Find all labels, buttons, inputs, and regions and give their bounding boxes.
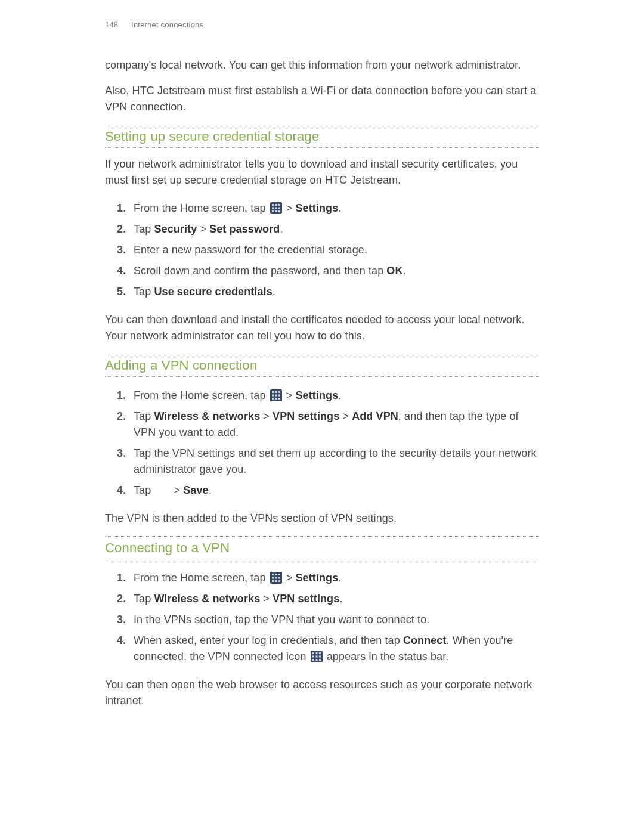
svg-rect-13 [278,391,280,393]
ui-label-add-vpn: Add VPN [352,410,398,422]
intro-paragraph-1: company's local network. You can get thi… [105,57,539,73]
sec1-step-5: Tap Use secure credentials. [134,281,539,302]
svg-rect-16 [278,394,280,396]
ui-label-settings: Settings [296,202,339,214]
svg-rect-29 [278,580,280,582]
step-text: Tap [134,484,154,496]
step-text: Scroll down and confirm the password, an… [134,265,386,277]
ui-label-connect: Connect [403,634,447,646]
step-text: Tap [134,223,154,235]
sec1-step-4: Scroll down and confirm the password, an… [134,261,539,281]
sec1-lead: If your network administrator tells you … [105,156,539,188]
svg-rect-3 [278,204,280,206]
sec2-step-2: Tap Wireless & networks > VPN settings >… [134,406,539,443]
svg-rect-15 [275,394,277,396]
svg-rect-37 [312,659,314,661]
ui-label-security: Security [154,223,197,235]
ui-label-ok: OK [386,265,402,277]
step-text: > [283,389,296,401]
sec3-step-3: In the VPNs section, tap the VPN that yo… [134,609,539,630]
sec2-tail: The VPN is then added to the VPNs sectio… [105,510,539,527]
svg-rect-32 [315,652,317,654]
step-text: When asked, enter your log in credential… [134,634,403,646]
svg-rect-35 [315,655,317,657]
sec3-step-1: From the Home screen, tap > Settings. [134,568,539,589]
svg-rect-14 [272,394,274,396]
ui-label-wireless-networks: Wireless & networks [154,410,260,422]
svg-rect-27 [272,580,274,582]
svg-rect-28 [275,580,277,582]
svg-rect-2 [275,204,277,206]
step-text: From the Home screen, tap [134,202,269,214]
ui-label-wireless-networks: Wireless & networks [154,593,260,605]
sec1-step-2: Tap Security > Set password. [134,219,539,240]
step-text: From the Home screen, tap [134,389,269,401]
sec1-step-3: Enter a new password for the credential … [134,240,539,261]
step-text: From the Home screen, tap [134,572,269,584]
svg-rect-21 [272,574,274,575]
sec1-tail: You can then download and install the ce… [105,312,539,344]
page-number: 148 [105,19,118,31]
section-heading-add-vpn: Adding a VPN connection [105,354,539,377]
svg-rect-34 [312,655,314,657]
sec2-step-3: Tap the VPN settings and set them up acc… [134,443,539,480]
svg-rect-12 [275,391,277,393]
svg-rect-18 [275,398,277,400]
svg-rect-23 [278,574,280,575]
step-text: . [209,484,212,496]
step-text: . [403,265,406,277]
step-text: Tap [134,593,154,605]
step-text: > [339,410,352,422]
ui-label-settings: Settings [296,389,339,401]
sec3-steps: From the Home screen, tap > Settings. Ta… [105,568,539,667]
svg-rect-4 [272,207,274,209]
svg-rect-24 [272,577,274,578]
svg-rect-39 [319,659,321,661]
svg-rect-9 [278,210,280,212]
step-text: . [338,202,341,214]
step-text: . [339,593,342,605]
sec1-step-1: From the Home screen, tap > Settings. [134,198,539,219]
svg-rect-22 [275,574,277,575]
running-header: 148 Internet connections [105,19,539,31]
step-text: > [283,572,296,584]
step-text: > [171,484,183,496]
step-text: appears in the status bar. [324,651,449,662]
step-text: > [260,410,273,422]
sec3-step-2: Tap Wireless & networks > VPN settings. [134,589,539,609]
ui-label-set-password: Set password [209,223,280,235]
sec2-step-1: From the Home screen, tap > Settings. [134,385,539,406]
sec3-step-4: When asked, enter your log in credential… [134,630,539,667]
step-text: Tap [134,286,154,298]
svg-rect-31 [312,652,314,654]
ui-label-vpn-settings: VPN settings [273,593,339,605]
svg-rect-26 [278,577,280,578]
sec2-steps: From the Home screen, tap > Settings. Ta… [105,385,539,501]
step-text: . [338,572,341,584]
step-text: . [280,223,283,235]
document-page: 148 Internet connections company's local… [0,0,644,833]
sec2-step-4: Tap > Save. [134,480,539,501]
sec3-tail: You can then open the web browser to acc… [105,677,539,709]
apps-grid-icon [270,572,282,584]
svg-rect-6 [278,207,280,209]
step-text: Tap [134,410,154,422]
svg-rect-33 [319,652,321,654]
section-heading-connect-vpn: Connecting to a VPN [105,536,539,559]
sec1-steps: From the Home screen, tap > Settings. Ta… [105,198,539,302]
step-text: > [283,202,296,214]
header-section: Internet connections [131,20,203,29]
apps-grid-icon [270,389,282,401]
svg-rect-7 [272,210,274,212]
ui-label-vpn-settings: VPN settings [273,410,339,422]
step-text: > [260,593,273,605]
intro-paragraph-2: Also, HTC Jetstream must first establish… [105,83,539,115]
step-text: . [338,389,341,401]
apps-grid-icon [270,202,282,214]
svg-rect-25 [275,577,277,578]
svg-rect-5 [275,207,277,209]
svg-rect-1 [272,204,274,206]
step-text: . [273,286,275,298]
svg-rect-36 [319,655,321,657]
step-text: > [197,223,209,235]
